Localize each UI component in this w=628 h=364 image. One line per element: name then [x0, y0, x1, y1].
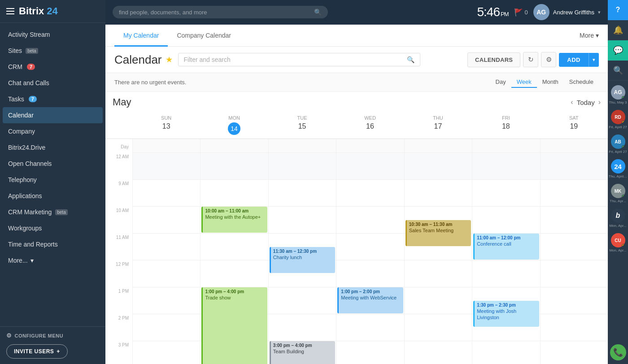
tab-my-calendar[interactable]: My Calendar	[114, 25, 168, 47]
refresh-icon: ↻	[528, 56, 534, 64]
event-title: Conference call	[477, 241, 536, 247]
refresh-button[interactable]: ↻	[523, 52, 538, 67]
today-button[interactable]: Today	[577, 99, 595, 106]
event-sales-meeting[interactable]: 10:30 am – 11:30 am Sales Team Meeting	[406, 220, 471, 246]
event-time: 11:30 am – 12:30 pm	[273, 248, 333, 254]
event-trade-show[interactable]: 1:00 pm – 4:00 pm Trade show	[201, 287, 267, 364]
next-week-button[interactable]: ›	[598, 98, 601, 106]
sidebar-item-tasks[interactable]: Tasks 7	[0, 91, 105, 107]
day-header-sun: SUN 13	[132, 112, 200, 139]
sidebar-item-applications[interactable]: Applications	[0, 188, 105, 204]
time-label-11am: 11 AM	[105, 233, 132, 260]
event-meeting-josh[interactable]: 1:30 pm – 2:30 pm Meeting with Josh Livi…	[473, 301, 539, 327]
day-header-wed: WED 16	[336, 112, 404, 139]
sidebar-item-company[interactable]: Company	[0, 123, 105, 139]
chat-button[interactable]: 💬	[608, 40, 628, 61]
time-label-9am: 9 AM	[105, 179, 132, 206]
calendar-grid: May ‹ Today › SUN 13 MON 14	[105, 92, 608, 364]
prev-week-button[interactable]: ‹	[571, 98, 573, 106]
sidebar-item-chat-and-calls[interactable]: Chat and Calls	[0, 75, 105, 91]
tasks-badge: 7	[29, 96, 37, 102]
sidebar-item-crm-marketing[interactable]: CRM Marketing beta	[0, 204, 105, 220]
avatar-img-6: b	[611, 208, 625, 223]
activity-avatar-7[interactable]: CU Mon, Apr...	[608, 230, 628, 255]
phone-button[interactable]: 📞	[610, 344, 626, 360]
sidebar-item-workgroups[interactable]: Workgroups	[0, 220, 105, 236]
view-month[interactable]: Month	[537, 77, 564, 88]
sidebar-label-tasks: Tasks	[8, 95, 24, 103]
event-team-building[interactable]: 3:00 pm – 4:00 pm Team Building	[270, 341, 335, 364]
status-dot-7	[622, 244, 625, 247]
sidebar: Bitrix 24 Activity Stream Sites beta CRM…	[0, 0, 105, 364]
day-cell-thu	[404, 139, 472, 152]
more-arrow-icon: ▾	[31, 257, 34, 264]
configure-menu-button[interactable]: ⚙ CONFIGURE MENU	[6, 332, 99, 339]
event-conference-call[interactable]: 11:00 am – 12:00 pm Conference call	[473, 234, 539, 260]
sidebar-item-calendar[interactable]: Calendar	[3, 107, 103, 123]
notifications-button[interactable]: 🔔	[608, 20, 628, 40]
sidebar-item-crm[interactable]: CRM 7	[0, 59, 105, 75]
tabs-more-caret: ▾	[596, 32, 599, 39]
tab-company-calendar[interactable]: Company Calendar	[168, 25, 240, 47]
calendar-filter-search[interactable]: 🔍	[178, 53, 420, 66]
activity-avatars: AG Thu, May 3 RD Fri, April 27 AB Fri, A…	[608, 81, 628, 341]
sidebar-label-calendar: Calendar	[8, 112, 34, 119]
sidebar-item-sites[interactable]: Sites beta	[0, 43, 105, 59]
day-cell-sat	[540, 139, 608, 152]
event-time: 11:00 am – 12:00 pm	[477, 235, 536, 241]
sidebar-item-activity-stream[interactable]: Activity Stream	[0, 26, 105, 43]
time-label-10am: 10 AM	[105, 206, 132, 233]
event-charity-lunch[interactable]: 11:30 am – 12:30 pm Charity lunch	[270, 247, 335, 273]
sidebar-item-open-channels[interactable]: Open Channels	[0, 156, 105, 172]
sidebar-label-open-channels: Open Channels	[8, 160, 52, 167]
activity-avatar-24[interactable]: 24 Thu, April 19	[608, 156, 628, 181]
topbar-user-area[interactable]: AG Andrew Griffiths ▾	[533, 4, 601, 20]
sidebar-footer: ⚙ CONFIGURE MENU INVITE USERS +	[0, 326, 105, 364]
sidebar-label-more: More...	[8, 257, 28, 264]
sidebar-item-more[interactable]: More... ▾	[0, 252, 105, 269]
calendar-search-input[interactable]	[184, 56, 403, 63]
help-button[interactable]: ?	[608, 0, 628, 20]
topbar-flag[interactable]: 🚩 0	[514, 8, 528, 17]
global-search-input[interactable]	[119, 9, 310, 16]
tabs-more-button[interactable]: More ▾	[580, 32, 599, 39]
help-icon: ?	[616, 6, 620, 14]
activity-avatar-1[interactable]: AG Thu, May 3	[608, 82, 628, 107]
sidebar-item-time-and-reports[interactable]: Time and Reports	[0, 236, 105, 252]
brand-logo[interactable]: Bitrix 24	[19, 5, 58, 17]
view-switcher: Day Week Month Schedule	[490, 77, 599, 88]
sidebar-label-chat: Chat and Calls	[8, 79, 49, 87]
add-dropdown-button[interactable]: ▾	[589, 53, 599, 67]
topbar-avatar: AG	[533, 4, 550, 20]
calendars-button[interactable]: CALENDARS	[467, 52, 520, 67]
calendar-star-icon[interactable]: ★	[166, 55, 173, 65]
global-search-bar[interactable]: 🔍	[113, 6, 328, 18]
calendar-header: Calendar ★ 🔍 CALENDARS ↻ ⚙ ADD ▾	[105, 47, 608, 73]
avatar-img-2: RD	[611, 110, 625, 124]
num-badge-24: 24	[611, 159, 625, 173]
time-label-12pm: 12 PM	[105, 260, 132, 287]
activity-avatar-2[interactable]: RD Fri, April 27	[608, 107, 628, 132]
view-week[interactable]: Week	[511, 77, 537, 88]
sidebar-item-telephony[interactable]: Telephony	[0, 172, 105, 188]
activity-avatar-5[interactable]: MK Thu, Apr...	[608, 181, 628, 206]
day-header-fri: FRI 18	[472, 112, 540, 139]
sidebar-item-bitrix24-drive[interactable]: Bitrix24.Drive	[0, 139, 105, 156]
activity-avatar-3[interactable]: AB Fri, April 27	[608, 132, 628, 156]
invite-users-button[interactable]: INVITE USERS +	[6, 344, 68, 359]
add-button[interactable]: ADD	[559, 53, 589, 67]
topbar-clock: 5:46PM	[477, 5, 509, 19]
view-day[interactable]: Day	[490, 77, 511, 88]
avatar-img-5: MK	[611, 184, 625, 198]
calendar-navigation: ‹ Today ›	[571, 98, 601, 106]
sidebar-label-crm-marketing: CRM Marketing	[8, 208, 52, 216]
activity-avatar-6[interactable]: b Mon, Apr...	[608, 206, 628, 230]
day-cell-wed	[336, 139, 404, 152]
event-meeting-autope[interactable]: 10:00 am – 11:00 am Meeting with the Aut…	[201, 207, 267, 233]
settings-button[interactable]: ⚙	[541, 52, 556, 67]
add-caret-icon: ▾	[593, 57, 595, 62]
search-right-button[interactable]: 🔍	[608, 61, 628, 81]
view-schedule[interactable]: Schedule	[564, 77, 599, 88]
hamburger-menu[interactable]	[6, 8, 14, 14]
event-meeting-webservice[interactable]: 1:00 pm – 2:00 pm Meeting with WebServic…	[337, 287, 403, 313]
